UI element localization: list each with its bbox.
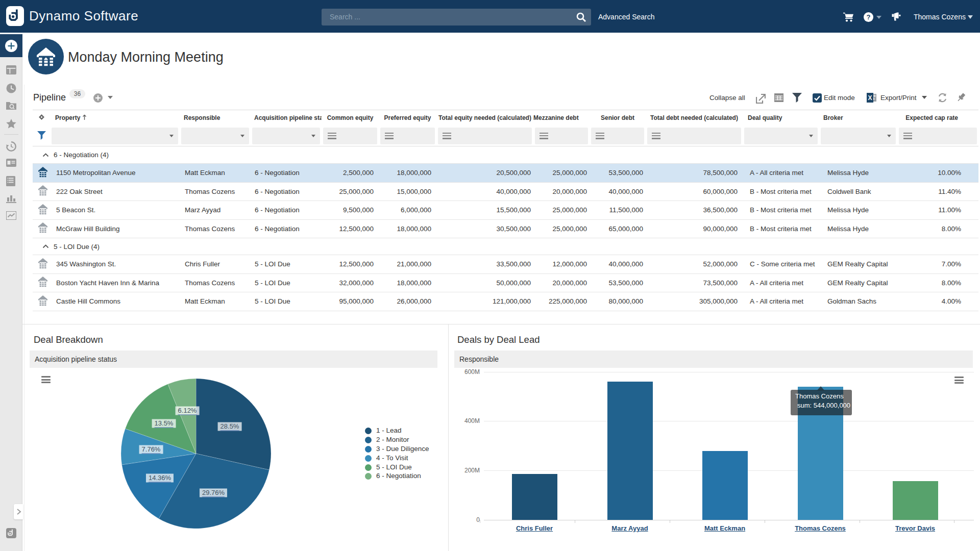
- svg-text:X: X: [868, 94, 872, 102]
